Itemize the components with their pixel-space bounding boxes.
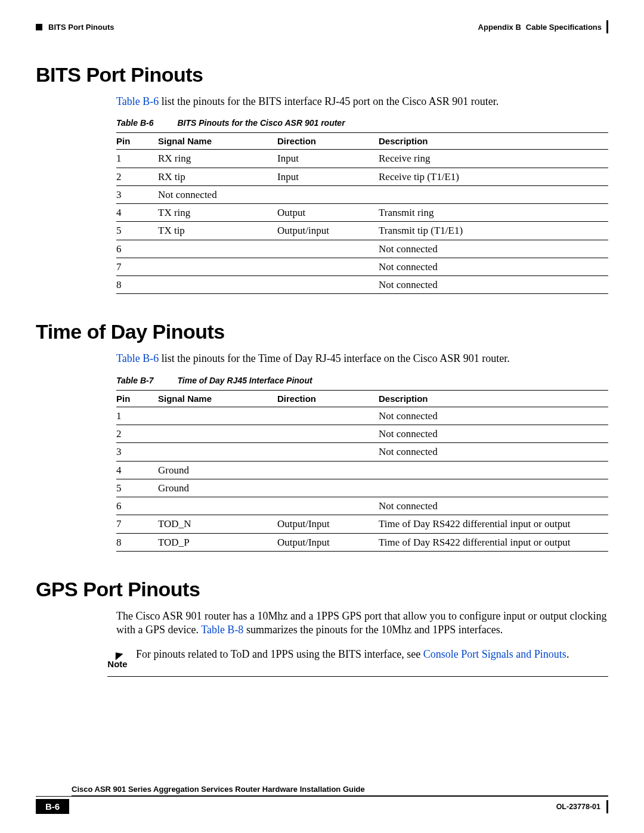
cell-dir: Output/Input bbox=[277, 533, 379, 551]
cell-pin: 5 bbox=[116, 479, 158, 497]
col-signal: Signal Name bbox=[158, 390, 277, 407]
table-row: 1RX ringInputReceive ring bbox=[116, 150, 608, 168]
cell-desc: Receive tip (T1/E1) bbox=[379, 168, 608, 185]
cell-signal: Ground bbox=[158, 461, 277, 479]
cell-desc: Not connected bbox=[379, 276, 608, 294]
cell-dir bbox=[277, 461, 379, 479]
cell-signal bbox=[158, 497, 277, 515]
cell-desc bbox=[379, 479, 608, 497]
caption-title: BITS Pinouts for the Cisco ASR 901 route… bbox=[178, 118, 345, 128]
link-console-port[interactable]: Console Port Signals and Pinouts bbox=[423, 648, 566, 660]
cell-dir bbox=[277, 276, 379, 294]
table-row: 7TOD_NOutput/InputTime of Day RS422 diff… bbox=[116, 515, 608, 533]
col-direction: Direction bbox=[277, 390, 379, 407]
table-row: 7Not connected bbox=[116, 258, 608, 275]
header-right: Appendix B Cable Specifications bbox=[478, 20, 608, 33]
cell-pin: 7 bbox=[116, 515, 158, 533]
cell-desc: Transmit tip (T1/E1) bbox=[379, 222, 608, 240]
cell-pin: 6 bbox=[116, 497, 158, 515]
table-row: 2Not connected bbox=[116, 425, 608, 443]
note-block: Note For pinouts related to ToD and 1PPS… bbox=[107, 648, 608, 677]
cell-pin: 6 bbox=[116, 240, 158, 258]
note-text: For pinouts related to ToD and 1PPS usin… bbox=[136, 648, 608, 661]
cell-desc bbox=[379, 461, 608, 479]
intro-tod-text: list the pinouts for the Time of Day RJ-… bbox=[159, 352, 509, 364]
table-row: 4Ground bbox=[116, 461, 608, 479]
cell-signal bbox=[158, 425, 277, 443]
intro-tod: Table B-6 list the pinouts for the Time … bbox=[116, 352, 608, 366]
table-bits-pinouts: Pin Signal Name Direction Description 1R… bbox=[116, 132, 608, 294]
cell-pin: 3 bbox=[116, 443, 158, 461]
header-left: BITS Port Pinouts bbox=[36, 23, 114, 32]
cell-dir: Output bbox=[277, 204, 379, 222]
cell-dir: Output/input bbox=[277, 222, 379, 240]
cell-desc: Time of Day RS422 differential input or … bbox=[379, 515, 608, 533]
cell-desc: Time of Day RS422 differential input or … bbox=[379, 533, 608, 551]
bar-icon bbox=[606, 20, 608, 33]
cell-desc bbox=[379, 185, 608, 203]
col-signal: Signal Name bbox=[158, 133, 277, 150]
page-header: BITS Port Pinouts Appendix B Cable Speci… bbox=[36, 23, 608, 33]
section-heading-bits: BITS Port Pinouts bbox=[36, 63, 608, 86]
cell-pin: 4 bbox=[116, 461, 158, 479]
cell-dir bbox=[277, 425, 379, 443]
intro-gps: The Cisco ASR 901 router has a 10Mhz and… bbox=[116, 609, 608, 637]
header-appendix-title: Cable Specifications bbox=[526, 23, 602, 32]
cell-pin: 5 bbox=[116, 222, 158, 240]
note-text-b: . bbox=[566, 648, 569, 660]
link-table-b6[interactable]: Table B-6 bbox=[116, 95, 159, 107]
footer-line: B-6 OL-23778-01 bbox=[36, 796, 608, 814]
footer-doc-title: Cisco ASR 901 Series Aggregation Service… bbox=[72, 785, 608, 796]
caption-tableno: Table B-6 bbox=[116, 118, 154, 128]
cell-pin: 1 bbox=[116, 407, 158, 425]
cell-dir bbox=[277, 240, 379, 258]
table-row: 4TX ringOutputTransmit ring bbox=[116, 204, 608, 222]
table-row: 3Not connected bbox=[116, 443, 608, 461]
square-icon bbox=[36, 24, 42, 30]
cell-desc: Not connected bbox=[379, 497, 608, 515]
cell-pin: 3 bbox=[116, 185, 158, 203]
cell-desc: Not connected bbox=[379, 407, 608, 425]
col-direction: Direction bbox=[277, 133, 379, 150]
cell-signal: TOD_P bbox=[158, 533, 277, 551]
header-section: BITS Port Pinouts bbox=[48, 23, 114, 32]
table-row: 3Not connected bbox=[116, 185, 608, 203]
cell-dir bbox=[277, 407, 379, 425]
page-footer: B-6 OL-23778-01 bbox=[36, 796, 608, 814]
cell-desc: Transmit ring bbox=[379, 204, 608, 222]
cell-pin: 2 bbox=[116, 168, 158, 185]
cell-signal: RX ring bbox=[158, 150, 277, 168]
col-pin: Pin bbox=[116, 390, 158, 407]
cell-signal: RX tip bbox=[158, 168, 277, 185]
note-label: Note bbox=[107, 659, 127, 669]
cell-signal bbox=[158, 407, 277, 425]
cell-signal: TOD_N bbox=[158, 515, 277, 533]
note-text-a: For pinouts related to ToD and 1PPS usin… bbox=[136, 648, 423, 660]
table-row: 8TOD_POutput/InputTime of Day RS422 diff… bbox=[116, 533, 608, 551]
cell-dir bbox=[277, 497, 379, 515]
header-appendix: Appendix B bbox=[478, 23, 521, 32]
caption-tableno-tod: Table B-7 bbox=[116, 376, 154, 385]
cell-signal: TX ring bbox=[158, 204, 277, 222]
link-table-b6-tod[interactable]: Table B-6 bbox=[116, 352, 159, 364]
cell-pin: 4 bbox=[116, 204, 158, 222]
table-row: 2RX tipInputReceive tip (T1/E1) bbox=[116, 168, 608, 185]
table-row: 1Not connected bbox=[116, 407, 608, 425]
cell-dir: Input bbox=[277, 150, 379, 168]
cell-pin: 2 bbox=[116, 425, 158, 443]
note-icon-group: Note bbox=[107, 648, 128, 669]
cell-signal bbox=[158, 276, 277, 294]
footer-right: OL-23778-01 bbox=[556, 800, 608, 813]
table-tod-pinouts: Pin Signal Name Direction Description 1N… bbox=[116, 390, 608, 552]
cell-signal bbox=[158, 240, 277, 258]
bar-icon bbox=[606, 800, 608, 813]
cell-dir: Input bbox=[277, 168, 379, 185]
col-pin: Pin bbox=[116, 133, 158, 150]
section-heading-tod: Time of Day Pinouts bbox=[36, 320, 608, 343]
cell-desc: Not connected bbox=[379, 258, 608, 275]
cell-desc: Not connected bbox=[379, 240, 608, 258]
cell-pin: 1 bbox=[116, 150, 158, 168]
link-table-b8[interactable]: Table B-8 bbox=[201, 624, 243, 636]
cell-pin: 8 bbox=[116, 276, 158, 294]
caption-title-tod: Time of Day RJ45 Interface Pinout bbox=[178, 376, 312, 385]
